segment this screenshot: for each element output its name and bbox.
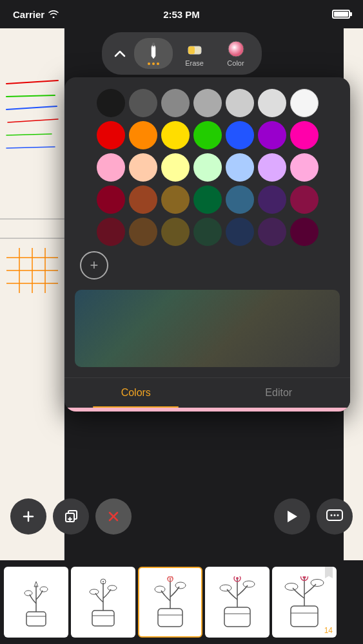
svg-point-17 <box>228 41 244 57</box>
delete-frame-button[interactable] <box>95 498 132 535</box>
svg-rect-20 <box>66 513 74 522</box>
svg-rect-52 <box>224 607 250 627</box>
panel-tabs: Colors Editor <box>64 377 350 408</box>
color-row-pastels <box>75 153 340 182</box>
color-swatch-deeprose[interactable] <box>290 218 319 246</box>
color-swatch-blue-pastel[interactable] <box>226 153 254 182</box>
erase-icon <box>186 40 204 58</box>
tab-editor[interactable]: Editor <box>208 378 351 408</box>
pen-icon <box>144 42 162 60</box>
thumbnail-2[interactable] <box>71 567 135 638</box>
chevron-up-button[interactable] <box>108 42 132 65</box>
svg-rect-44 <box>158 609 182 627</box>
color-swatch-green[interactable] <box>193 121 222 149</box>
svg-line-2 <box>6 106 57 109</box>
toolbar-pill: Erase Color <box>102 32 262 75</box>
color-row-darks <box>75 185 340 214</box>
color-panel: + Colors Editor <box>64 77 350 412</box>
svg-point-14 <box>152 43 155 46</box>
color-icon <box>227 40 245 58</box>
carrier-text: Carrier <box>13 9 44 20</box>
color-row-darker <box>75 218 340 246</box>
svg-point-59 <box>236 577 239 580</box>
color-row-vivid <box>75 121 340 149</box>
thumbnail-strip: 14 <box>0 560 363 644</box>
erase-tool-button[interactable]: Erase <box>175 36 214 71</box>
pen-tool-button[interactable] <box>134 38 173 69</box>
color-swatch-darkblue[interactable] <box>226 185 254 214</box>
duplicate-frame-button[interactable] <box>53 498 89 535</box>
color-swatch-peach[interactable] <box>129 153 157 182</box>
color-swatch-darkred[interactable] <box>97 185 125 214</box>
color-swatch-darkbrown[interactable] <box>129 185 157 214</box>
color-swatch-orange[interactable] <box>129 121 157 149</box>
color-swatch-pink-pastel[interactable] <box>97 153 125 182</box>
color-swatch-magenta[interactable] <box>290 121 319 149</box>
svg-rect-36 <box>92 611 114 626</box>
color-swatch-darkgreen[interactable] <box>193 185 222 214</box>
panel-bottom-bar <box>64 408 350 412</box>
color-swatch-red[interactable] <box>97 121 125 149</box>
color-swatch-blue[interactable] <box>226 121 254 149</box>
color-swatch-medgray[interactable] <box>193 89 222 117</box>
color-swatch-deepblue[interactable] <box>226 218 254 246</box>
svg-point-51 <box>170 578 172 580</box>
svg-point-55 <box>220 585 231 591</box>
color-swatch-deepgreen[interactable] <box>193 218 222 246</box>
color-swatch-darkpurple[interactable] <box>258 185 286 214</box>
svg-point-67 <box>303 576 306 579</box>
bottom-controls <box>0 498 363 535</box>
thumbnail-1[interactable] <box>4 567 68 638</box>
active-indicator <box>148 62 159 65</box>
svg-point-56 <box>243 581 255 587</box>
svg-point-27 <box>334 515 336 516</box>
tab-colors[interactable]: Colors <box>64 378 208 408</box>
chat-button[interactable] <box>317 498 353 535</box>
add-frame-button[interactable] <box>10 498 46 535</box>
svg-line-0 <box>6 80 58 84</box>
svg-rect-29 <box>26 612 46 626</box>
canvas-sketch <box>0 64 71 386</box>
color-swatch-lavender[interactable] <box>258 153 286 182</box>
svg-point-47 <box>155 586 165 592</box>
svg-rect-25 <box>327 510 342 520</box>
play-button[interactable] <box>274 498 310 535</box>
thumbnail-3[interactable] <box>138 567 202 638</box>
svg-point-32 <box>25 591 32 596</box>
color-swatch-darkmagenta[interactable] <box>290 185 319 214</box>
svg-point-48 <box>175 582 186 589</box>
svg-point-43 <box>103 581 104 582</box>
color-tool-button[interactable]: Color <box>217 36 255 71</box>
svg-rect-60 <box>291 606 318 627</box>
color-swatch-deeppurple[interactable] <box>258 218 286 246</box>
color-swatch-black[interactable] <box>97 89 125 117</box>
add-color-button[interactable]: + <box>80 251 108 279</box>
status-bar: Carrier 2:53 PM <box>0 0 363 28</box>
color-swatch-lightgray[interactable] <box>226 89 254 117</box>
svg-point-28 <box>337 515 339 516</box>
color-swatch-darkgray[interactable] <box>129 89 157 117</box>
color-swatch-gray[interactable] <box>161 89 190 117</box>
color-swatch-verylightgray[interactable] <box>258 89 286 117</box>
color-swatch-darkolive[interactable] <box>161 185 190 214</box>
color-swatch-purple[interactable] <box>258 121 286 149</box>
colors-tab-label: Colors <box>121 387 151 398</box>
color-swatch-deepred[interactable] <box>97 218 125 246</box>
time-display: 2:53 PM <box>163 9 200 20</box>
thumbnail-4[interactable] <box>205 567 270 638</box>
color-gradient-picker[interactable] <box>75 290 340 367</box>
color-swatch-deepbrown[interactable] <box>129 218 157 246</box>
color-swatch-yellow[interactable] <box>161 121 190 149</box>
erase-label: Erase <box>185 59 204 67</box>
color-swatch-deepolive[interactable] <box>161 218 190 246</box>
color-grid: + <box>64 77 350 287</box>
color-swatch-yellow-pastel[interactable] <box>161 153 190 182</box>
color-swatch-white[interactable] <box>290 89 319 117</box>
thumbnail-5[interactable]: 14 <box>272 567 337 638</box>
svg-rect-16 <box>188 46 195 54</box>
color-swatch-green-pastel[interactable] <box>193 153 222 182</box>
battery-indicator <box>332 10 350 19</box>
carrier-label: Carrier <box>13 9 59 20</box>
color-swatch-rose-pastel[interactable] <box>290 153 319 182</box>
bookmark-icon <box>325 567 333 578</box>
